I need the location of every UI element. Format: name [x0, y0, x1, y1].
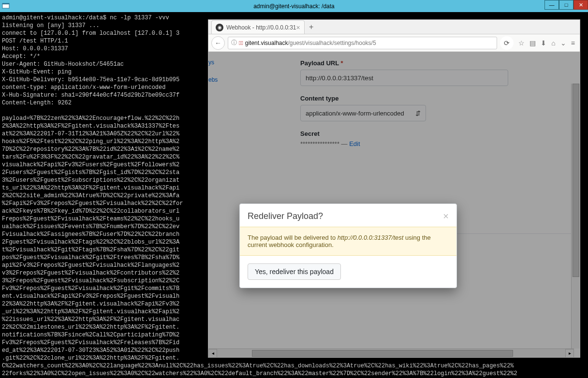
url-path: /guest/visualhack/settings/hooks/5	[288, 40, 376, 46]
url-input[interactable]: ⓘ 🛡̸ gitent.visualhack/guest/visualhack/…	[228, 37, 497, 49]
github-favicon: ◉	[216, 24, 223, 31]
back-button[interactable]: ←	[211, 36, 225, 50]
maximize-button[interactable]: □	[559, 0, 573, 10]
modal-title: Redeliver Payload?	[248, 211, 323, 221]
tab-title: Webhook - http://0.0.0.0:31	[226, 24, 296, 31]
download-icon[interactable]: ⬇	[541, 39, 546, 47]
redeliver-modal: Redeliver Payload? × The payload will be…	[239, 204, 457, 288]
url-host: gitent.visualhack	[245, 40, 288, 46]
svg-rect-1	[2, 3, 9, 4]
modal-body: The payload will be delivered to http://…	[240, 227, 456, 256]
close-button[interactable]: ✕	[573, 0, 588, 10]
reload-button[interactable]: ⟳	[500, 36, 514, 50]
home-icon[interactable]: ⌂	[551, 39, 555, 47]
terminal-command: nc -lp 31337 -vvv	[110, 15, 169, 21]
shield-slash-icon: 🛡̸	[239, 40, 243, 46]
page-content: ys ebs Payload URL * Content type applic…	[208, 52, 580, 357]
window-titlebar: admin@gitent-visualhack: /data — □ ✕	[0, 0, 588, 12]
browser-tab[interactable]: ◉ Webhook - http://0.0.0.0:31 ×	[211, 20, 305, 34]
putty-icon	[2, 2, 10, 10]
modal-close-icon[interactable]: ×	[443, 211, 449, 222]
tab-bar: ◉ Webhook - http://0.0.0.0:31 × +	[208, 20, 580, 34]
menu-icon[interactable]: ≡	[571, 39, 575, 47]
redeliver-confirm-button[interactable]: Yes, redeliver this payload	[248, 263, 341, 280]
info-icon: ⓘ	[231, 39, 237, 47]
pocket-icon[interactable]: ⌄	[560, 39, 566, 47]
terminal-prompt: admin@gitent-visualhack:/data$	[2, 15, 110, 21]
address-bar: ← ⓘ 🛡̸ gitent.visualhack/guest/visualhac…	[208, 34, 580, 52]
tab-close-icon[interactable]: ×	[296, 24, 300, 31]
browser-window: ◉ Webhook - http://0.0.0.0:31 × + ← ⓘ 🛡̸…	[208, 19, 580, 358]
new-tab-button[interactable]: +	[305, 20, 318, 34]
reader-icon[interactable]: ▤	[529, 39, 536, 47]
window-title: admin@gitent-visualhack: /data	[253, 3, 335, 10]
bookmark-star-icon[interactable]: ☆	[518, 39, 525, 47]
minimize-button[interactable]: —	[544, 0, 559, 10]
